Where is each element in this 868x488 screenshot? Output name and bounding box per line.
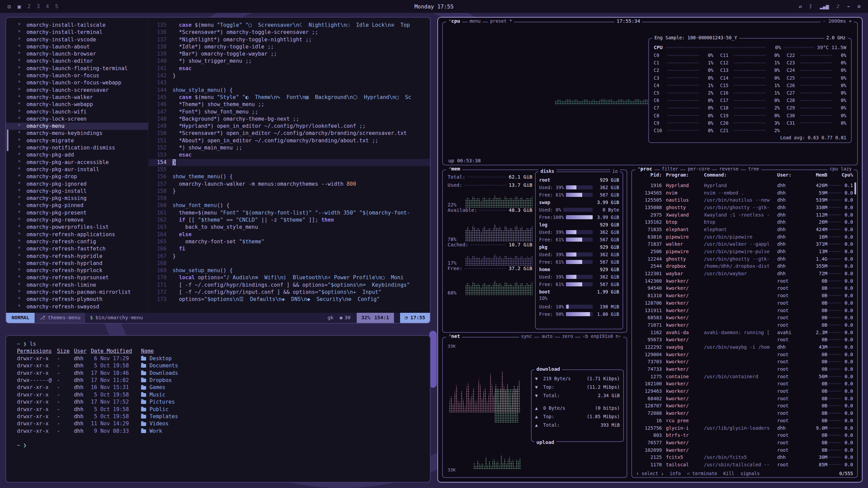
command-header[interactable]: Command: — [704, 172, 777, 178]
process-row[interactable]: 135162 btop btop dhh 26M 0.0 — [635, 218, 853, 226]
code-line[interactable]: 164 else — [149, 231, 430, 238]
process-row[interactable]: 128706 kworker/ root 0B 0.0 — [635, 299, 853, 307]
stats-icon[interactable]: ▂▄▆ — [820, 3, 829, 9]
process-row[interactable]: 71837 walker /usr/bin/walker --gappl dhh… — [635, 241, 853, 248]
process-row[interactable]: 129463 kworker/ root 0B 0.0 — [635, 387, 853, 395]
code-line[interactable]: 158} — [149, 188, 430, 195]
code-line[interactable]: 162 if [[ "$theme" == "CNCLD" || -z "$th… — [149, 217, 430, 224]
process-row[interactable]: 102100 kworker/ root 0B 0.0 — [635, 380, 853, 388]
file-item[interactable]: * omarchy-refresh-limine — [6, 282, 148, 289]
code-line[interactable]: 140 *) show_trigger_menu ;; — [149, 58, 430, 65]
process-row[interactable]: 74733 kworker/ root 0B 0.0 — [635, 365, 853, 373]
file-item[interactable]: * omarchy-launch-webapp — [6, 101, 148, 108]
code-line[interactable]: 135 case $(menu "Toggle" "▢ Screensaver\… — [149, 22, 430, 29]
code-line[interactable]: 166 fi — [149, 245, 430, 252]
file-item[interactable]: * omarchy-install-terminal — [6, 29, 148, 36]
file-item[interactable]: * omarchy-refresh-plymouth — [6, 296, 148, 303]
volume-icon[interactable]: ♪ — [836, 3, 840, 9]
file-item[interactable]: * omarchy-refresh-hyprsunset — [6, 274, 148, 281]
file-item[interactable]: * omarchy-launch-browser — [6, 50, 148, 58]
process-row[interactable]: 71071 kworker/ root 0B 0.0 — [635, 321, 853, 329]
process-row[interactable]: 95673 kworker/ root 0B 0.0 — [635, 336, 853, 343]
file-item[interactable]: * omarchy-notification-dismiss — [6, 144, 148, 151]
code-line[interactable]: 141 esac — [149, 65, 430, 72]
workspace-button[interactable]: 5 — [55, 3, 58, 9]
code-line[interactable]: 138 *Idle*) omarchy-toggle-idle ;; — [149, 43, 430, 50]
code-line[interactable]: 143 — [149, 79, 430, 86]
file-item[interactable]: * omarchy-pkg-ignored — [6, 181, 148, 188]
process-row[interactable]: 12244 ghostty /usr/bin/ghostty --gtk- dh… — [635, 255, 853, 263]
process-row[interactable]: 1162 avahi-da avahi-daemon: running [ av… — [635, 329, 853, 336]
interval-decrease[interactable]: - — [823, 18, 826, 24]
code-line[interactable]: 148 *Background*) omarchy-theme-bg-next … — [149, 116, 430, 123]
process-row[interactable]: 68583 kworker/ root 0B 0.0 — [635, 314, 853, 321]
code-line[interactable]: 173 options="$options\n☰ Defaults\n◈ DNS… — [149, 296, 430, 303]
process-row[interactable]: 131911 kworker/ root 0B 0.0 — [635, 307, 853, 314]
process-row[interactable]: 128707 kworker/ root 0B 0.0 — [635, 402, 853, 410]
user-header[interactable]: User: — [777, 172, 800, 178]
launcher-icon[interactable]: ⊡ — [7, 3, 11, 10]
net-zero-toggle[interactable]: zero — [560, 333, 575, 339]
file-item[interactable]: * omarchy-pkg-drop — [6, 173, 148, 180]
net-sync-toggle[interactable]: sync — [519, 333, 534, 339]
file-item[interactable]: * omarchy-refresh-pacman-mirrorlist — [6, 289, 148, 296]
code-line[interactable]: 145 case $(menu "Style" "◐ Theme\n✎ Font… — [149, 94, 430, 101]
code-line[interactable]: 157 omarchy-launch-walker -m menus:omarc… — [149, 181, 430, 188]
process-row[interactable]: 135088 ghostty /usr/bin/ghostty --gtk- d… — [635, 204, 853, 211]
code-line[interactable]: 172 [ -f ~/.config/hypr/input.conf ] && … — [149, 289, 430, 296]
net-interface[interactable]: ‹b enp191s0 n› — [580, 333, 623, 339]
code-line[interactable]: 155 — [149, 166, 430, 173]
file-item[interactable]: * omarchy-launch-floating-terminal — [6, 65, 148, 72]
file-item[interactable]: * omarchy-launch-or-focus-webapp — [6, 79, 148, 86]
process-row[interactable]: 1170 tailscal /usr/sbin/tailscaled -- ro… — [635, 461, 853, 468]
code-line[interactable]: 163 back_to show_style_menu — [149, 224, 430, 231]
process-row[interactable]: 68402 kworker/ root 0B 0.0 — [635, 395, 853, 402]
select-keys[interactable]: ↑ select ↓ — [636, 471, 664, 476]
file-item[interactable]: * omarchy-pkg-pinned — [6, 202, 148, 209]
preset-button[interactable]: preset * — [488, 18, 514, 24]
process-row[interactable]: 129004 kworker/ root 0B 0.0 — [635, 351, 853, 358]
code-line[interactable]: 139 *Bar*) omarchy-toggle-waybar ;; — [149, 50, 430, 58]
code-line[interactable]: 167} — [149, 253, 430, 260]
process-row[interactable]: 2125 fcitx5 /usr/bin/fcitx5 dhh 30M 0.0 — [635, 453, 853, 461]
code-line[interactable]: 160show_font_menu() { — [149, 202, 430, 209]
code-line[interactable]: 159 — [149, 195, 430, 202]
terminate-key[interactable]: ⏎ terminate — [687, 471, 717, 476]
file-item[interactable]: * omarchy-pkg-missing — [6, 195, 148, 202]
file-item[interactable]: * omarchy-menu — [6, 123, 148, 130]
file-item[interactable]: * omarchy-lock-screen — [6, 116, 148, 123]
workspace-button[interactable]: 3 — [37, 3, 40, 9]
file-item[interactable]: * omarchy-refresh-fastfetch — [6, 245, 148, 252]
process-row[interactable]: 2975 Xwayland Xwayland :1 -rootless - dh… — [635, 211, 853, 219]
info-key[interactable]: info — [670, 471, 681, 476]
code-line[interactable]: 170 local options="♪ Audio\n≋ Wifi\nᛒ Bl… — [149, 274, 430, 281]
code-line[interactable]: 142} — [149, 72, 430, 79]
proc-percore-option[interactable]: per-core — [686, 166, 712, 171]
kill-key[interactable]: Kill — [723, 471, 734, 476]
proc-sort-option[interactable]: cpu lazy — [828, 166, 854, 171]
file-item[interactable]: * omarchy-refresh-applications — [6, 231, 148, 238]
code-line[interactable]: 150 *Screensaver*) open_in_editor ~/.con… — [149, 130, 430, 137]
file-item[interactable]: * omarchy-migrate — [6, 137, 148, 144]
network-icon[interactable]: ⌁ — [847, 3, 850, 9]
io-tab[interactable]: io — [610, 168, 620, 174]
file-item[interactable]: * omarchy-pkg-aur-accessible — [6, 159, 148, 166]
code-line[interactable]: 169show_setup_menu() { — [149, 267, 430, 274]
pid-header[interactable]: Pid: — [635, 172, 666, 178]
proc-tree-option[interactable]: tree — [746, 166, 761, 171]
file-item[interactable]: * omarchy-refresh-config — [6, 238, 148, 245]
process-row[interactable]: 803 btrfs-tr root 0B 0.0 — [635, 431, 853, 439]
file-item[interactable]: * omarchy-install-tailscale — [6, 22, 148, 29]
file-item[interactable]: * omarchy-pkg-remove — [6, 217, 148, 224]
file-item[interactable]: * omarchy-refresh-hypridle — [6, 253, 148, 260]
process-row[interactable]: 122292 swaybg /usr/bin/swaybg -i /hom dh… — [635, 343, 853, 351]
file-list-scrollbar[interactable] — [7, 129, 8, 151]
code-line[interactable]: 136 *Screensaver*) omarchy-toggle-screen… — [149, 29, 430, 36]
process-row[interactable]: 1916 Hyprland Hyprland dhh 426M 0.1 — [635, 182, 853, 189]
file-item[interactable]: * omarchy-refresh-hyprland — [6, 260, 148, 267]
code-line[interactable]: 147 *Font*) show_font_menu ;; — [149, 108, 430, 116]
file-item[interactable]: * omarchy-launch-screensaver — [6, 87, 148, 94]
proc-scrollbar[interactable] — [854, 182, 856, 195]
net-auto-toggle[interactable]: auto — [539, 333, 555, 339]
proc-reverse-option[interactable]: reverse — [717, 166, 741, 171]
